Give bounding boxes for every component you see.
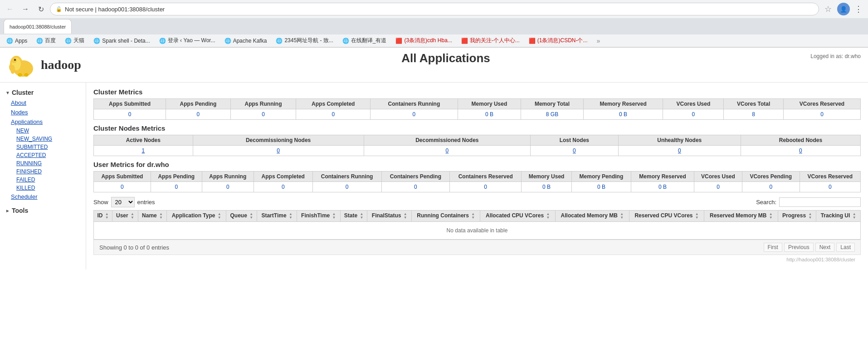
- svg-point-7: [14, 59, 16, 61]
- next-button[interactable]: Next: [815, 243, 835, 252]
- cm-val-4[interactable]: 0: [371, 109, 458, 120]
- at-header-finalstatus[interactable]: FinalStatus ▲▼: [367, 211, 412, 222]
- cm-val-1[interactable]: 0: [166, 109, 231, 120]
- sidebar-applications-link[interactable]: Applications: [0, 117, 86, 127]
- at-header-user[interactable]: User ▲▼: [112, 211, 138, 222]
- at-header-tracking-ui[interactable]: Tracking UI ▲▼: [816, 211, 861, 222]
- cm-header-8: VCores Used: [663, 99, 724, 109]
- bookmark-button[interactable]: ☆: [822, 3, 834, 15]
- bookmarks-bar: 🌐 Apps 🌐 百度 🌐 天猫 🌐 Spark shell - Deta...…: [0, 34, 868, 47]
- bookmark-spark[interactable]: 🌐 Spark shell - Deta...: [91, 37, 152, 45]
- table-controls: Show 10 20 25 50 100 entries Search:: [93, 197, 861, 207]
- at-header-queue[interactable]: Queue ▲▼: [226, 211, 257, 222]
- sort-icon-apptype: ▲▼: [218, 212, 221, 220]
- cluster-metrics-title: Cluster Metrics: [93, 88, 861, 96]
- first-button[interactable]: First: [764, 243, 782, 252]
- cm-val-5[interactable]: 0 B: [458, 109, 521, 120]
- at-header-res-mem[interactable]: Reserved Memory MB ▲▼: [704, 211, 778, 222]
- cn-val-5[interactable]: 0: [741, 146, 860, 156]
- cn-val-3[interactable]: 0: [531, 146, 619, 156]
- cn-val-0[interactable]: 1: [94, 146, 193, 156]
- cm-val-8[interactable]: 0: [663, 109, 724, 120]
- sidebar-cluster-section: ▼ Cluster About Nodes Applications NEW N…: [0, 87, 86, 201]
- bookmarks-more[interactable]: »: [594, 36, 603, 45]
- more-button[interactable]: ⋮: [853, 4, 864, 14]
- sidebar-running-link[interactable]: RUNNING: [0, 159, 86, 167]
- bookmark-myfollow[interactable]: 🟥 我的关注-个人中心...: [458, 36, 522, 45]
- at-header-starttime[interactable]: StartTime ▲▼: [257, 211, 297, 222]
- cn-header-4: Unhealthy Nodes: [618, 135, 741, 146]
- search-input[interactable]: [779, 197, 861, 207]
- cm-val-2[interactable]: 0: [230, 109, 296, 120]
- sidebar-tools-label: Tools: [12, 207, 28, 214]
- um-header-8: Memory Pending: [571, 172, 631, 182]
- bookmark-apps[interactable]: 🌐 Apps: [4, 37, 30, 45]
- at-header-name[interactable]: Name ▲▼: [138, 211, 166, 222]
- hadoop-logo: hadoop: [7, 51, 81, 78]
- at-header-res-cpu[interactable]: Reserved CPU VCores ▲▼: [629, 211, 704, 222]
- at-header-state[interactable]: State ▲▼: [340, 211, 367, 222]
- sidebar-finished-link[interactable]: FINISHED: [0, 167, 86, 176]
- bookmark-translate[interactable]: 🌐 在线翻译_有道: [340, 36, 390, 45]
- sidebar-nodes-link[interactable]: Nodes: [0, 108, 86, 117]
- um-val-5: 0: [381, 182, 449, 192]
- cn-val-4[interactable]: 0: [618, 146, 741, 156]
- sort-icon-progress: ▲▼: [808, 212, 812, 220]
- page-title: All Applications: [81, 51, 811, 65]
- active-tab[interactable]: hadoop001:38088/cluster: [4, 19, 72, 34]
- sidebar-cluster-label: Cluster: [12, 89, 34, 96]
- reload-button[interactable]: ↻: [34, 3, 47, 15]
- cm-header-0: Apps Submitted: [94, 99, 166, 109]
- sidebar-new-saving-link[interactable]: NEW_SAVING: [0, 135, 86, 143]
- sidebar-submitted-link[interactable]: SUBMITTED: [0, 143, 86, 151]
- forward-button[interactable]: →: [19, 3, 32, 15]
- sidebar-new-link[interactable]: NEW: [0, 127, 86, 135]
- bookmark-tianmao[interactable]: 🌐 天猫: [62, 36, 87, 45]
- sidebar-killed-link[interactable]: KILLED: [0, 184, 86, 192]
- back-button[interactable]: ←: [4, 3, 16, 15]
- cn-header-1: Decommissioning Nodes: [193, 135, 364, 146]
- cm-val-3[interactable]: 0: [296, 109, 371, 120]
- at-header-apptype[interactable]: Application Type ▲▼: [167, 211, 226, 222]
- sidebar-scheduler-link[interactable]: Scheduler: [0, 192, 86, 201]
- bookmark-yao[interactable]: 🌐 登录 ‹ Yao — Wor...: [156, 36, 218, 45]
- at-header-alloc-cpu[interactable]: Allocated CPU VCores ▲▼: [480, 211, 556, 222]
- previous-button[interactable]: Previous: [784, 243, 814, 252]
- bookmark-cdh[interactable]: 🟥 (3条消息)cdh Hba...: [393, 36, 454, 45]
- cn-val-2[interactable]: 0: [364, 146, 531, 156]
- sidebar-about-link[interactable]: About: [0, 98, 86, 108]
- bookmark-kafka[interactable]: 🌐 Apache Kafka: [222, 37, 270, 45]
- profile-button[interactable]: 👤: [837, 3, 850, 15]
- cm-val-6[interactable]: 8 GB: [521, 109, 583, 120]
- sidebar-cluster-header[interactable]: ▼ Cluster: [0, 87, 86, 98]
- at-header-running-containers[interactable]: Running Containers ▲▼: [412, 211, 480, 222]
- um-val-7: 0 B: [522, 182, 571, 192]
- cm-header-9: VCores Total: [724, 99, 784, 109]
- sort-icon-res-mem: ▲▼: [769, 212, 773, 220]
- at-header-id[interactable]: ID ▲▼: [94, 211, 112, 222]
- search-bar: Search:: [756, 197, 861, 207]
- last-button[interactable]: Last: [836, 243, 855, 252]
- cm-val-9[interactable]: 8: [724, 109, 784, 120]
- cm-val-7[interactable]: 0 B: [583, 109, 663, 120]
- at-header-progress[interactable]: Progress ▲▼: [778, 211, 816, 222]
- page-title-area: All Applications: [81, 51, 811, 65]
- entries-select[interactable]: 10 20 25 50 100: [111, 197, 135, 207]
- svg-point-5: [18, 73, 22, 77]
- at-header-alloc-mem[interactable]: Allocated Memory MB ▲▼: [556, 211, 629, 222]
- sidebar-tools-header[interactable]: ► Tools: [0, 205, 86, 216]
- cm-val-0[interactable]: 0: [94, 109, 166, 120]
- browser-tabs-bar: hadoop001:38088/cluster: [0, 18, 868, 34]
- cluster-metrics-table: Apps Submitted Apps Pending Apps Running…: [93, 98, 861, 120]
- cm-val-10[interactable]: 0: [783, 109, 860, 120]
- bookmark-csdn[interactable]: 🟥 (1条消息)CSDN-个...: [526, 36, 590, 45]
- at-header-finishtime[interactable]: FinishTime ▲▼: [297, 211, 340, 222]
- cn-header-5: Rebooted Nodes: [741, 135, 860, 146]
- sidebar-failed-link[interactable]: FAILED: [0, 176, 86, 184]
- sidebar-accepted-link[interactable]: ACCEPTED: [0, 151, 86, 159]
- sort-icon-queue: ▲▼: [249, 212, 253, 220]
- cn-val-1[interactable]: 0: [193, 146, 364, 156]
- bookmark-baidu[interactable]: 🌐 百度: [34, 36, 59, 45]
- bookmark-2345[interactable]: 🌐 2345网址导航 - 致...: [273, 36, 336, 45]
- url-text: Not secure | hadoop001:38088/cluster: [65, 6, 165, 13]
